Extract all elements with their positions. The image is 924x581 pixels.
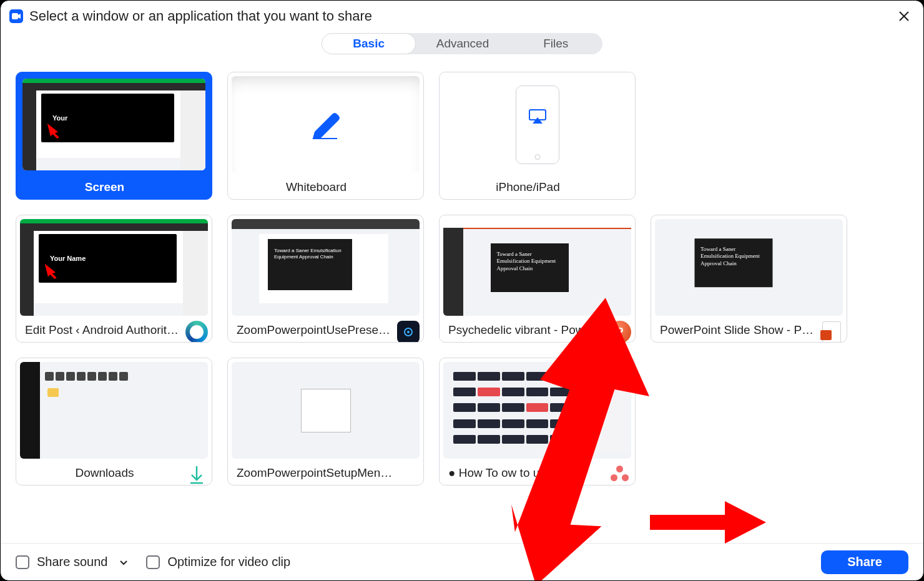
download-arrow-icon — [185, 464, 208, 486]
share-item-psychedelic[interactable]: Toward a Saner Emulsification Equipment … — [439, 215, 636, 343]
phone-icon — [516, 85, 559, 164]
share-mode-tabs: Basic Advanced Files — [322, 33, 602, 54]
tab-files[interactable]: Files — [509, 33, 602, 54]
dialog-title: Select a window or an application that y… — [29, 8, 887, 24]
close-button[interactable] — [893, 6, 915, 27]
share-item-label: Psychedelic vibrant - PowerPoint — [448, 323, 607, 337]
checkbox-icon — [146, 555, 160, 569]
tab-advanced[interactable]: Advanced — [416, 33, 509, 54]
share-item-label: iPhone/iPad — [496, 180, 559, 194]
share-item-editpost[interactable]: Your Name Edit Post ‹ Android Authority … — [16, 215, 212, 343]
optimize-video-checkbox[interactable]: Optimize for video clip — [146, 555, 290, 569]
share-item-howto[interactable]: ● How To ow to upd... — [439, 358, 636, 486]
thumb-editpost: Your Name — [20, 219, 208, 316]
share-item-iphone-ipad[interactable]: iPhone/iPad — [439, 72, 636, 200]
powerpoint-file-icon — [820, 321, 843, 343]
thumb-text: Toward a Saner Emulsification Equipment … — [268, 239, 352, 290]
thumb-iphone — [443, 76, 631, 173]
share-item-label: ZoomPowerpointUsePresenterVie... — [237, 323, 396, 337]
share-item-downloads[interactable]: Downloads — [16, 358, 212, 486]
photoshop-elements-icon — [397, 321, 420, 343]
pen-icon — [308, 110, 343, 139]
share-item-slideshow[interactable]: Toward a Saner Emulsification Equipment … — [651, 215, 847, 343]
share-item-label: Screen — [85, 180, 124, 194]
share-item-setupmenu[interactable]: ZoomPowerpointSetupMenu.jpg ... — [227, 358, 424, 486]
footer: Share sound Optimize for video clip Shar… — [1, 543, 923, 580]
share-grid: Your Screen Whiteboard — [1, 54, 923, 543]
airplay-icon — [528, 109, 547, 125]
powerpoint-icon: P — [609, 321, 631, 343]
chevron-down-icon[interactable] — [119, 557, 129, 567]
share-item-label: PowerPoint Slide Show - Psyche... — [660, 323, 819, 337]
share-sound-label: Share sound — [37, 555, 107, 569]
share-item-screen[interactable]: Your Screen — [16, 72, 212, 200]
checkbox-icon — [16, 555, 29, 569]
thumb-downloads — [20, 362, 208, 459]
share-item-label: ZoomPowerpointSetupMenu.jpg ... — [237, 466, 396, 480]
share-item-label: Edit Post ‹ Android Authority — ... — [25, 323, 184, 337]
tab-basic[interactable]: Basic — [322, 33, 416, 54]
svg-point-5 — [407, 331, 410, 333]
thumb-psychedelic: Toward a Saner Emulsification Equipment … — [443, 219, 631, 316]
share-item-label: ● How To ow to upd... — [448, 466, 563, 480]
share-sound-checkbox[interactable]: Share sound — [16, 555, 129, 569]
share-item-zoompresenter[interactable]: Toward a Saner Emulsification Equipment … — [227, 215, 424, 343]
thumb-setupmenu — [232, 362, 420, 459]
share-item-label: Whiteboard — [286, 180, 346, 194]
share-item-whiteboard[interactable]: Whiteboard — [227, 72, 424, 200]
thumb-zoompresenter: Toward a Saner Emulsification Equipment … — [232, 219, 420, 316]
share-dialog: Select a window or an application that y… — [0, 0, 924, 581]
share-button[interactable]: Share — [821, 550, 908, 574]
share-item-label: Downloads — [76, 466, 134, 480]
tabs-row: Basic Advanced Files — [1, 33, 923, 54]
titlebar: Select a window or an application that y… — [1, 1, 923, 28]
thumb-whiteboard — [232, 76, 420, 173]
edge-icon — [185, 321, 208, 343]
thumb-screen: Your — [22, 79, 205, 170]
asana-icon — [609, 464, 631, 486]
thumb-slideshow: Toward a Saner Emulsification Equipment … — [655, 219, 843, 316]
optimize-label: Optimize for video clip — [167, 555, 290, 569]
zoom-logo-icon — [9, 9, 23, 23]
thumb-howto — [443, 362, 631, 459]
svg-rect-2 — [313, 138, 337, 139]
thumb-text: Toward a Saner Emulsification Equipment … — [491, 243, 569, 292]
thumb-text: Toward a Saner Emulsification Equipment … — [694, 238, 772, 287]
